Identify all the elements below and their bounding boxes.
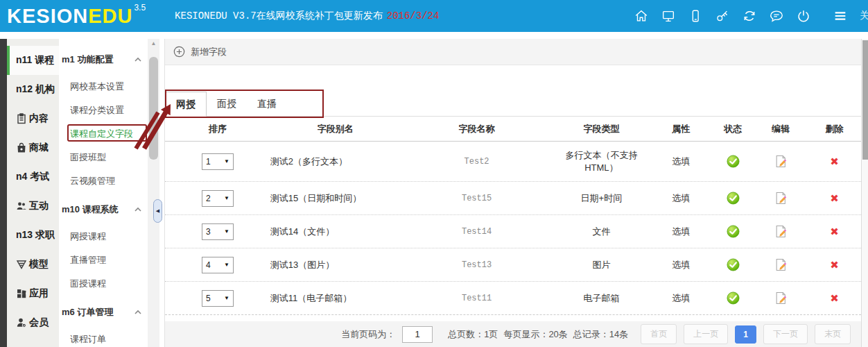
menu-section-orders: m6 订单管理 课程订单 (59, 300, 148, 347)
last-page-button[interactable]: 末页 (815, 324, 851, 344)
field-attr: 选填 (650, 292, 712, 305)
delete-icon[interactable]: ✖ (830, 226, 839, 237)
menu-hamburger-icon[interactable] (833, 8, 848, 24)
edit-icon[interactable] (774, 155, 788, 168)
course-type-tabs: 网授 面授 直播 (165, 92, 861, 117)
current-page-input[interactable] (402, 326, 433, 343)
key-icon[interactable] (715, 8, 730, 24)
menu-item-basic-settings[interactable]: 网校基本设置 (59, 75, 148, 99)
status-enabled-icon[interactable] (727, 225, 740, 238)
home-icon[interactable] (634, 8, 649, 24)
sidebar-item-interaction[interactable]: 互动 (7, 192, 59, 221)
scroll-up-arrow-icon[interactable]: ▲ (148, 39, 159, 49)
shopping-bag-icon (16, 142, 27, 153)
status-enabled-icon[interactable] (727, 258, 740, 271)
funnel-icon (16, 259, 27, 270)
tab-online[interactable]: 网授 (165, 92, 207, 117)
select-caret-icon: ▼ (224, 262, 229, 268)
sidebar-item-members[interactable]: 会员 (7, 308, 59, 337)
menu-section-title-orders[interactable]: m6 订单管理 (59, 300, 148, 325)
select-caret-icon: ▼ (224, 295, 229, 301)
field-attr: 选填 (650, 226, 712, 238)
collapse-left-icon: ◀ (156, 208, 159, 214)
sidebar-item-jobs[interactable]: n13 求职 (7, 221, 59, 250)
close-link[interactable]: 关闭 (860, 10, 868, 22)
menu-scrollbar-thumb[interactable] (149, 57, 158, 160)
current-page-label: 当前页码为： (341, 328, 395, 341)
content-scrollbar[interactable] (861, 39, 868, 347)
menu-scrollbar[interactable]: ▲ (148, 39, 159, 347)
status-enabled-icon[interactable] (727, 291, 740, 305)
sidebar-item-courses[interactable]: n11 课程 (7, 46, 59, 75)
primary-sidebar: n11 课程 n12 机构 内容 商城 n4 考试 互动 n13 求职 模型 应… (7, 39, 59, 347)
sidebar-item-content[interactable]: 内容 (7, 104, 59, 133)
menu-item-class-types[interactable]: 面授班型 (59, 146, 148, 169)
col-header-name: 字段名称 (401, 123, 553, 135)
menu-item-cloud-video[interactable]: 云视频管理 (59, 169, 148, 193)
sidebar-item-exams[interactable]: n4 考试 (7, 162, 59, 192)
menu-item-online-courses[interactable]: 网授课程 (59, 225, 148, 248)
menu-item-live-management[interactable]: 直播管理 (59, 248, 148, 272)
edit-icon[interactable] (774, 291, 788, 305)
field-type: 日期+时间 (553, 192, 650, 205)
tab-live[interactable]: 直播 (247, 92, 287, 117)
prev-page-button[interactable]: 上一页 (684, 324, 728, 344)
delete-icon[interactable]: ✖ (830, 192, 839, 204)
sidebar-item-mall[interactable]: 商城 (7, 133, 59, 162)
total-pages-text: 总页数：1页 (448, 328, 498, 341)
page-number-button[interactable]: 1 (735, 325, 756, 344)
next-page-button[interactable]: 下一页 (763, 324, 808, 344)
content-scrollbar-thumb[interactable] (862, 40, 868, 160)
message-icon[interactable] (769, 8, 784, 24)
table-row: 3▼ 测试14（文件） Test14 文件 选填 ✖ (165, 215, 861, 248)
order-select[interactable]: 3▼ (202, 223, 234, 240)
col-header-type: 字段类型 (553, 123, 650, 135)
status-enabled-icon[interactable] (727, 192, 740, 205)
select-caret-icon: ▼ (224, 228, 229, 235)
delete-icon[interactable]: ✖ (830, 259, 839, 271)
blocks-icon (16, 288, 27, 299)
menu-section-config: m1 功能配置 网校基本设置 课程分类设置 课程自定义字段 面授班型 云视频管理 (59, 47, 148, 193)
delete-icon[interactable]: ✖ (830, 292, 839, 304)
col-header-attr: 属性 (650, 123, 712, 135)
mobile-icon[interactable] (688, 8, 703, 24)
announcement-text: KESIONEDU V3.7在线网校系统补丁包更新发布2016/3/24 (175, 10, 439, 22)
refresh-icon[interactable] (742, 8, 757, 24)
sidebar-item-apps[interactable]: 应用 (7, 279, 59, 308)
member-icon (16, 317, 27, 328)
status-enabled-icon[interactable] (727, 155, 740, 168)
edit-icon[interactable] (774, 225, 788, 238)
panel-collapse-handle[interactable]: ◀ (153, 199, 162, 223)
menu-item-custom-fields[interactable]: 课程自定义字段 (59, 122, 148, 146)
field-name: Test2 (401, 157, 553, 167)
sidebar-item-models[interactable]: 模型 (7, 250, 59, 279)
power-icon[interactable] (796, 8, 811, 24)
field-alias: 测试15（日期和时间） (270, 192, 401, 205)
tab-offline[interactable]: 面授 (207, 92, 247, 117)
monitor-icon[interactable] (661, 8, 676, 24)
first-page-button[interactable]: 首页 (641, 324, 677, 344)
order-select[interactable]: 2▼ (202, 190, 234, 207)
delete-icon[interactable]: ✖ (830, 155, 839, 167)
menu-item-offline-courses[interactable]: 面授课程 (59, 272, 148, 296)
menu-item-category-settings[interactable]: 课程分类设置 (59, 99, 148, 122)
order-select[interactable]: 5▼ (202, 290, 234, 307)
field-attr: 选填 (650, 155, 712, 168)
order-select[interactable]: 4▼ (202, 257, 234, 273)
add-field-button[interactable]: 新增字段 (191, 46, 227, 58)
col-header-edit: 编辑 (754, 123, 808, 135)
field-alias: 测试14（文件） (270, 226, 401, 238)
header-icon-row: 关闭 (634, 0, 868, 32)
sidebar-item-orgs[interactable]: n12 机构 (7, 75, 59, 104)
menu-section-title-config[interactable]: m1 功能配置 (59, 47, 148, 72)
menu-section-title-course-system[interactable]: m10 课程系统 (59, 197, 148, 222)
circle-plus-icon[interactable] (173, 46, 185, 58)
order-select[interactable]: 1▼ (202, 153, 234, 170)
edit-icon[interactable] (774, 258, 788, 271)
field-attr: 选填 (650, 259, 712, 271)
field-alias: 测试2（多行文本） (270, 155, 401, 168)
menu-item-course-orders[interactable]: 课程订单 (59, 328, 148, 347)
edit-icon[interactable] (774, 192, 788, 205)
field-type: 多行文本（不支持HTML） (553, 149, 650, 174)
field-type: 电子邮箱 (553, 292, 650, 305)
